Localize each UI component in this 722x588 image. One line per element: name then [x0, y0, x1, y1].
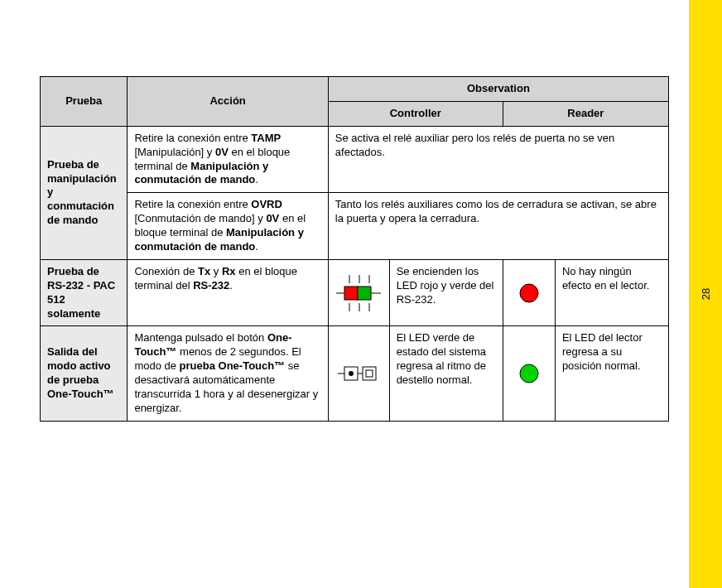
page-side-tab: 28 [689, 0, 722, 588]
header-prueba: Prueba [41, 77, 128, 127]
controller-text-cell: Se encienden los LED rojo y verde del RS… [389, 259, 503, 326]
accion-cell: Retire la conexión entre OVRD [Conmutaci… [128, 193, 328, 260]
svg-rect-16 [366, 370, 373, 377]
svg-point-10 [520, 284, 538, 302]
led-button-terminal-icon [338, 362, 379, 385]
accion-cell: Mantenga pulsado el botón One-Touch™ men… [128, 326, 328, 421]
header-controller: Controller [328, 101, 503, 126]
svg-rect-5 [358, 287, 371, 300]
prueba-cell: Prueba de RS-232 - PAC 512 solamente [41, 259, 128, 326]
accion-cell: Retire la conexión entre TAMP [Manipulac… [128, 126, 328, 193]
header-observation: Observation [328, 77, 668, 102]
reader-icon-cell [503, 259, 555, 326]
reader-text-cell: El LED del lector regresa a su posición … [555, 326, 668, 421]
prueba-cell: Salida del modo activo de prueba One-Tou… [41, 326, 128, 421]
observation-cell: Se activa el relé auxiliar pero los relé… [328, 126, 668, 193]
reader-text-cell: No hay ningún efecto en el lector. [555, 259, 668, 326]
controller-icon-cell [328, 259, 389, 326]
table-row: Salida del modo activo de prueba One-Tou… [41, 326, 669, 421]
accion-cell: Conexión de Tx y Rx en el bloque termina… [128, 259, 328, 326]
led-green-icon [517, 362, 541, 385]
prueba-cell: Prueba de manipulación y conmutación de … [41, 126, 128, 259]
controller-text-cell: El LED verde de estado del sistema regre… [389, 326, 503, 421]
observations-table: Prueba Acción Observation Controller Rea… [40, 76, 669, 422]
svg-point-13 [349, 371, 354, 376]
header-reader: Reader [503, 101, 668, 126]
table-row: Prueba de RS-232 - PAC 512 solamente Con… [41, 259, 669, 326]
observation-cell: Tanto los relés auxiliares como los de c… [328, 193, 668, 260]
header-accion: Acción [128, 77, 328, 127]
svg-point-17 [520, 364, 538, 383]
led-red-green-terminal-icon [336, 275, 381, 311]
controller-icon-cell [328, 326, 389, 421]
table-row: Prueba de manipulación y conmutación de … [41, 126, 669, 193]
reader-icon-cell [503, 326, 555, 421]
svg-rect-4 [344, 287, 358, 300]
page-number: 28 [700, 288, 712, 300]
led-red-icon [517, 282, 541, 305]
table-row: Retire la conexión entre OVRD [Conmutaci… [41, 193, 669, 260]
